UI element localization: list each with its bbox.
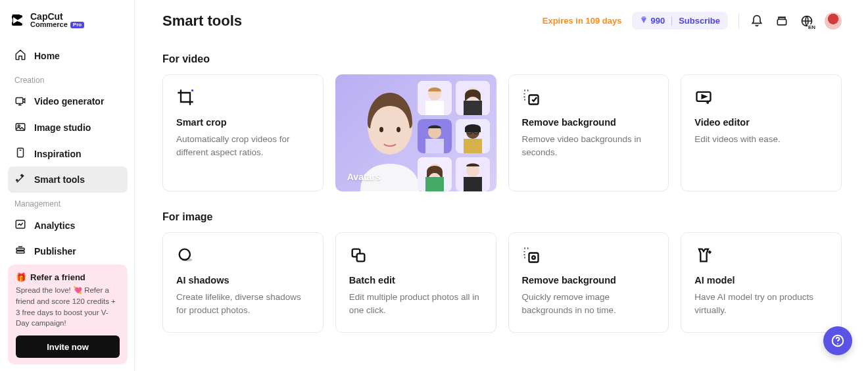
avatar-thumbnail-grid [418, 81, 490, 191]
sidebar-item-image-studio[interactable]: Image studio [8, 114, 128, 141]
avatar-thumb [456, 81, 490, 115]
card-title: AI shadows [176, 275, 310, 285]
sidebar: CapCut Commerce Pro Home Creation Video … [0, 0, 135, 371]
card-desc: Automatically crop videos for different … [176, 133, 310, 160]
language-icon[interactable]: EN [800, 14, 814, 28]
header: Smart tools Expires in 109 days 990 Subs… [162, 12, 842, 30]
avatar-thumb [456, 119, 490, 153]
pro-badge: Pro [70, 22, 84, 28]
svg-rect-38 [529, 95, 538, 105]
svg-rect-45 [529, 253, 538, 262]
batch-edit-icon [349, 246, 368, 264]
avatar-thumb [456, 157, 490, 191]
page-title: Smart tools [162, 12, 242, 30]
svg-rect-23 [464, 101, 482, 115]
card-title: Smart crop [176, 117, 310, 128]
svg-rect-37 [464, 177, 482, 191]
expiry-badge: Expires in 109 days [542, 16, 622, 26]
sidebar-item-analytics[interactable]: Analytics [8, 212, 128, 239]
svg-point-17 [397, 127, 400, 132]
image-card-row: AI shadows Create lifelike, diverse shad… [162, 232, 842, 333]
subscribe-link[interactable]: Subscribe [679, 16, 720, 26]
brand-logo[interactable]: CapCut Commerce Pro [8, 12, 128, 28]
sidebar-section-creation: Creation [8, 69, 128, 89]
user-avatar[interactable] [825, 12, 842, 30]
sidebar-item-home[interactable]: Home [8, 43, 128, 69]
svg-rect-7 [18, 148, 24, 157]
sidebar-section-management: Management [8, 193, 128, 212]
sidebar-item-label: Inspiration [34, 149, 82, 159]
credits-value: 990 [650, 16, 665, 26]
credits-chip[interactable]: 990 Subscribe [632, 12, 728, 30]
card-desc: Remove video backgrounds in seconds. [522, 133, 656, 160]
smart-crop-icon [176, 88, 195, 107]
card-title: Remove background [522, 117, 656, 128]
svg-rect-4 [16, 97, 23, 103]
smart-tools-icon [14, 173, 26, 187]
heart-icon: 💘 [73, 286, 82, 294]
capcut-logo-icon [11, 12, 26, 28]
inspiration-icon [14, 147, 26, 161]
svg-point-48 [837, 343, 838, 345]
card-smart-crop[interactable]: Smart crop Automatically crop videos for… [162, 74, 324, 191]
section-title-video: For video [162, 53, 842, 65]
svg-rect-44 [356, 254, 364, 262]
brand-name: CapCut [30, 12, 84, 21]
video-card-row: Smart crop Automatically crop videos for… [162, 74, 842, 191]
svg-point-41 [180, 249, 190, 260]
invite-title: Refer a friend [30, 272, 85, 282]
card-remove-bg-video[interactable]: Remove background Remove video backgroun… [508, 74, 669, 191]
invite-description: Spread the love! 💘 Refer a friend and sc… [16, 285, 120, 329]
svg-rect-10 [16, 251, 24, 253]
card-avatars-promo[interactable]: Avatars [335, 74, 496, 191]
promo-label: Avatars [347, 172, 381, 182]
card-desc: Quickly remove image backgrounds in no t… [522, 291, 656, 318]
image-studio-icon [14, 121, 26, 135]
avatar-thumb [418, 119, 452, 153]
svg-point-13 [191, 89, 194, 92]
card-title: Remove background [522, 275, 656, 285]
svg-rect-26 [425, 139, 444, 153]
diamond-icon [640, 16, 648, 26]
invite-card: 🎁 Refer a friend Spread the love! 💘 Refe… [8, 264, 128, 364]
card-video-editor[interactable]: Video editor Edit videos with ease. [681, 74, 842, 191]
card-batch-edit[interactable]: Batch edit Edit multiple product photos … [335, 232, 496, 333]
wallet-icon[interactable] [775, 14, 789, 28]
sidebar-item-label: Video generator [34, 96, 104, 107]
svg-point-46 [532, 256, 535, 259]
home-icon [14, 49, 26, 62]
sidebar-item-smart-tools[interactable]: Smart tools [8, 166, 128, 193]
ai-model-icon [694, 246, 713, 264]
svg-rect-29 [464, 139, 482, 153]
card-ai-shadows[interactable]: AI shadows Create lifelike, diverse shad… [162, 232, 324, 333]
svg-point-16 [379, 127, 383, 132]
section-title-image: For image [162, 211, 842, 223]
invite-button[interactable]: Invite now [16, 335, 120, 358]
svg-rect-34 [425, 177, 444, 191]
card-title: AI model [694, 275, 828, 285]
gift-icon: 🎁 [16, 272, 26, 282]
svg-marker-40 [702, 95, 706, 99]
sidebar-item-label: Home [34, 51, 60, 61]
sidebar-item-label: Analytics [34, 220, 75, 231]
header-actions: Expires in 109 days 990 Subscribe EN [542, 12, 842, 30]
help-fab[interactable] [823, 326, 852, 355]
bell-icon[interactable] [750, 14, 764, 28]
card-desc: Create lifelike, diverse shadows for pro… [176, 291, 310, 318]
card-desc: Have AI model try on products virtually. [694, 291, 828, 318]
sidebar-item-label: Publisher [34, 246, 76, 257]
avatar-thumb [418, 81, 452, 115]
sidebar-item-inspiration[interactable]: Inspiration [8, 141, 128, 167]
card-remove-bg-image[interactable]: Remove background Quickly remove image b… [508, 232, 669, 333]
card-title: Video editor [694, 117, 828, 128]
svg-rect-11 [777, 19, 786, 24]
card-ai-model[interactable]: AI model Have AI model try on products v… [681, 232, 842, 333]
language-code: EN [808, 24, 816, 30]
sidebar-item-label: Smart tools [34, 174, 85, 185]
card-desc: Edit multiple product photos all in one … [349, 291, 483, 318]
sidebar-item-publisher[interactable]: Publisher [8, 239, 128, 265]
sidebar-item-video-generator[interactable]: Video generator [8, 89, 128, 115]
video-editor-icon [694, 88, 713, 107]
svg-rect-20 [425, 101, 444, 115]
brand-subname: Commerce [30, 21, 68, 28]
